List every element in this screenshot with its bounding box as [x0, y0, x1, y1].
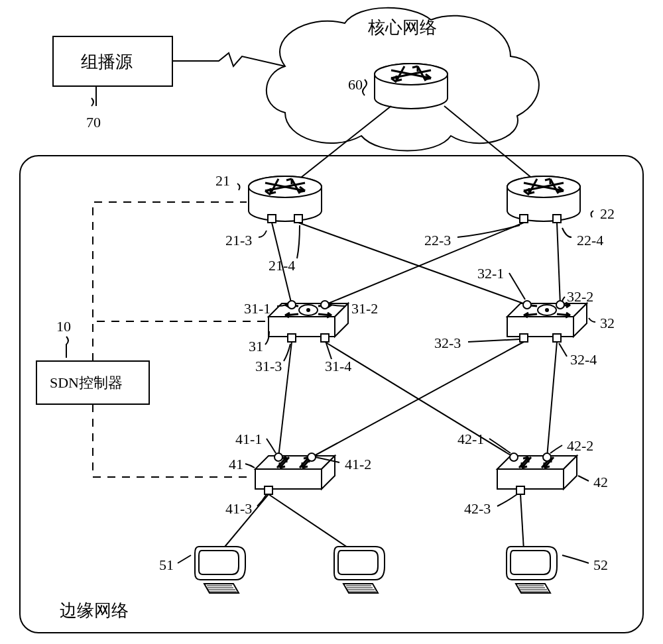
host-mid	[334, 547, 385, 593]
label-41-2: 41-2	[345, 456, 371, 472]
label-52: 52	[593, 557, 608, 573]
multicast-source: 组播源 70	[53, 36, 172, 131]
label-42-2: 42-2	[567, 437, 593, 454]
edge-network-label: 边缘网络	[60, 601, 129, 620]
port-21-3	[268, 215, 276, 223]
label-32-3: 32-3	[434, 335, 461, 351]
label-31-1: 31-1	[244, 300, 271, 317]
port-42-1	[510, 453, 518, 461]
label-41-3: 41-3	[225, 500, 252, 517]
link-42-52	[520, 494, 524, 550]
label-22-3: 22-3	[424, 232, 451, 248]
core-network-label: 核心网络	[367, 18, 437, 37]
label-21-4: 21-4	[269, 257, 295, 274]
label-22: 22	[600, 205, 615, 222]
port-41-1	[274, 453, 282, 461]
label-22-4: 22-4	[577, 232, 603, 248]
sdn-controller-label: SDN控制器	[50, 374, 123, 391]
port-31-4	[321, 334, 329, 342]
port-31-3	[288, 334, 296, 342]
core-router-id: 60	[348, 76, 363, 93]
port-32-2	[556, 301, 564, 309]
sdn-controller-id: 10	[56, 318, 71, 335]
port-42-2	[543, 453, 551, 461]
sdn-switch-32	[507, 303, 587, 337]
label-51: 51	[159, 557, 174, 573]
link-32-42	[547, 342, 557, 457]
label-32-2: 32-2	[567, 288, 593, 305]
host-52	[507, 547, 557, 593]
link-41-mid	[269, 494, 351, 550]
label-42-3: 42-3	[464, 500, 491, 517]
label-42-1: 42-1	[457, 431, 484, 447]
label-32-1: 32-1	[477, 265, 504, 282]
label-21-3: 21-3	[225, 232, 252, 248]
port-41-2	[308, 453, 316, 461]
label-32-4: 32-4	[570, 351, 597, 368]
label-41: 41	[229, 456, 243, 472]
diagram-canvas: 核心网络 60 组播源 70 边缘网络 21 22 SDN控制器	[0, 0, 663, 644]
core-router-icon	[375, 64, 448, 109]
label-32: 32	[600, 315, 615, 331]
core-network-cloud: 核心网络 60	[267, 8, 539, 151]
port-32-1	[523, 301, 531, 309]
label-31-3: 31-3	[255, 358, 282, 374]
multicast-source-label: 组播源	[81, 52, 133, 72]
port-31-2	[321, 301, 329, 309]
label-31-2: 31-2	[351, 300, 378, 317]
port-22-3	[520, 215, 528, 223]
multicast-source-id: 70	[86, 114, 101, 131]
port-21-4	[294, 215, 302, 223]
access-switch-42	[497, 456, 577, 489]
port-41-3	[265, 486, 272, 494]
port-42-3	[516, 486, 524, 494]
label-31-4: 31-4	[325, 358, 351, 374]
label-31: 31	[249, 338, 263, 354]
link-22-32	[557, 223, 560, 305]
sdn-switch-31	[269, 303, 348, 337]
label-21: 21	[215, 172, 230, 189]
label-41-1: 41-1	[235, 431, 262, 447]
port-22-4	[553, 215, 561, 223]
link-source-to-core	[172, 53, 285, 66]
label-42: 42	[593, 474, 608, 490]
port-32-3	[520, 334, 528, 342]
port-31-1	[288, 301, 296, 309]
port-32-4	[553, 334, 561, 342]
access-switch-41	[255, 456, 335, 489]
edge-router-21: 21	[215, 172, 322, 221]
link-31-42	[325, 342, 514, 457]
host-51	[195, 547, 245, 593]
